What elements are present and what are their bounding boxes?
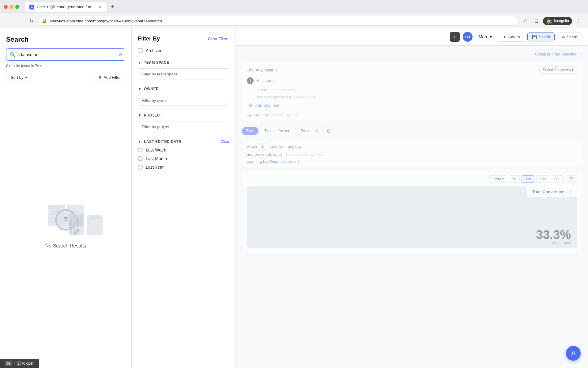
- save-icon: 💾: [532, 35, 537, 39]
- info-icon: ℹ: [276, 68, 277, 72]
- add-filter-button[interactable]: ⊞ Add Filter: [94, 73, 125, 82]
- sort-by-button[interactable]: Sort by ▾: [6, 73, 32, 82]
- incognito-badge: 🕵 Incognito: [543, 17, 572, 25]
- daily-button[interactable]: Daily ▾: [489, 175, 507, 183]
- bookmark-button[interactable]: ☆: [521, 17, 530, 25]
- team-space-label: TEAM SPACE: [144, 60, 169, 65]
- tab-time-to-convert[interactable]: Time to Convert: [260, 127, 295, 135]
- tab-time[interactable]: Time: [242, 127, 258, 135]
- chart-bottom: Daily ▾ 7d 30d 60d 90d 📅 Total Conversio…: [242, 171, 582, 253]
- more-button[interactable]: More ▾: [476, 33, 495, 41]
- select-event-placeholder[interactable]: Select event...: [293, 95, 318, 99]
- add-segment-row[interactable]: ⊕ Add Segment: [247, 102, 577, 109]
- team-space-header[interactable]: ▼ TEAM SPACE: [138, 60, 229, 65]
- owner-input[interactable]: [138, 95, 229, 106]
- days-value[interactable]: 1: [259, 143, 266, 150]
- reload-button[interactable]: ↻: [27, 17, 36, 25]
- settings-button[interactable]: ⚙: [326, 128, 331, 134]
- calendar-button[interactable]: 📅: [566, 175, 577, 183]
- traffic-light-yellow[interactable]: [9, 5, 13, 9]
- filter-title: Filter By: [138, 36, 160, 42]
- last-month-option[interactable]: Last Month: [138, 156, 229, 161]
- all-users-row: 1 All Users: [247, 77, 577, 84]
- team-space-input[interactable]: [138, 68, 229, 79]
- 60d-button[interactable]: 60d: [536, 175, 549, 183]
- project-header[interactable]: ▼ PROJECT: [138, 113, 229, 117]
- search-clear-button[interactable]: ✕: [118, 52, 122, 58]
- select-step-placeholder[interactable]: Select Step/Property...: [285, 152, 324, 157]
- days-label[interactable]: days: [268, 144, 277, 149]
- unique-users-label[interactable]: Unique User(s): [269, 159, 296, 164]
- select-property-placeholder[interactable]: Select property...: [270, 88, 300, 92]
- archived-checkbox[interactable]: [138, 48, 143, 53]
- chart-content: Collapse chart definition ↗ ..by Any Use…: [236, 46, 588, 259]
- address-bar[interactable]: 🔒 analytics.amplitude.com/moodjoy/chart/…: [38, 16, 518, 26]
- chart-options-row: within 1 days from any day: [247, 143, 577, 150]
- forward-button[interactable]: →: [16, 17, 24, 25]
- traffic-light-red[interactable]: [4, 5, 8, 9]
- conversion-area: Total Conversion ⋮ 33.3% Last 30 Days: [247, 186, 577, 248]
- search-results-info: 0 results found in 7ms: [6, 64, 125, 68]
- date-clear-button[interactable]: Clear: [221, 140, 229, 144]
- grouped-by-row: ..grouped by Select property...: [247, 112, 577, 117]
- any-by-label: ..by: [247, 68, 253, 72]
- search-input[interactable]: [6, 48, 125, 61]
- incognito-icon: 🕵: [546, 18, 552, 24]
- tab-search-button[interactable]: ⊡: [532, 17, 541, 25]
- illus-card-3: [69, 214, 84, 235]
- menu-button[interactable]: ⋮: [575, 17, 583, 25]
- 30d-button[interactable]: 30d: [522, 175, 534, 183]
- amplitude-fab[interactable]: A: [566, 346, 581, 361]
- last-edited-date-toggle[interactable]: ▼ LAST EDITED DATE: [138, 140, 181, 144]
- tab-close-button[interactable]: ✕: [98, 5, 102, 10]
- project-input[interactable]: [138, 121, 229, 132]
- no-results-illustration: ?: [26, 201, 106, 238]
- archived-filter[interactable]: Archived: [138, 48, 229, 53]
- total-conversion-label: Total Conversion ⋮: [527, 186, 577, 197]
- owner-label: OWNER: [144, 87, 159, 91]
- any-user-row: ..by Any User ℹ Saved Segments ▾: [247, 66, 577, 74]
- add-segment-icon: ⊕: [248, 102, 253, 109]
- lock-icon: 🔒: [42, 18, 47, 23]
- share-button[interactable]: ⎋ Share: [558, 33, 582, 41]
- more-chevron-icon: ▾: [490, 34, 492, 39]
- search-panel: Search 🔍 ✕ 0 results found in 7ms Sort b…: [0, 28, 132, 368]
- segment-section: ..by Any User ℹ Saved Segments ▾ 1 All U…: [242, 61, 582, 122]
- share-icon: ⎋: [562, 35, 565, 39]
- last-month-radio[interactable]: [138, 156, 143, 161]
- 90d-button[interactable]: 90d: [551, 175, 564, 183]
- share-label: Share: [567, 35, 577, 39]
- saved-segments-button[interactable]: Saved Segments ▾: [539, 66, 577, 74]
- select-property2-placeholder[interactable]: Select property...: [271, 112, 301, 117]
- active-tab[interactable]: A User > QR code generated fun... ✕: [24, 1, 107, 12]
- date-chevron-icon: ▼: [138, 140, 141, 144]
- last-week-radio[interactable]: [138, 148, 143, 152]
- add-to-button[interactable]: ＋ Add to: [498, 32, 525, 42]
- collapse-link[interactable]: Collapse chart definition ↗: [242, 52, 582, 56]
- last-year-option[interactable]: Last Year: [138, 165, 229, 170]
- where-label: where: [257, 88, 267, 92]
- add-to-label: Add to: [508, 35, 520, 39]
- saved-button[interactable]: 💾 Saved: [527, 33, 555, 41]
- collapse-back-button[interactable]: ‹: [450, 32, 460, 42]
- filter-header: Filter By Clear Filters: [138, 36, 229, 42]
- date-radio-group: Last Week Last Month Last Year: [138, 148, 229, 170]
- last-year-radio[interactable]: [138, 165, 143, 170]
- total-conversion-menu[interactable]: ⋮: [568, 190, 572, 194]
- tab-title: User > QR code generated fun...: [37, 5, 94, 9]
- 7d-button[interactable]: 7d: [509, 175, 520, 183]
- shortcut-label: to open: [22, 361, 34, 366]
- counting-row: counting by Unique User(s) ℹ: [247, 159, 577, 164]
- owner-header[interactable]: ▼ OWNER: [138, 87, 229, 91]
- clear-filters-button[interactable]: Clear Filters: [208, 36, 229, 41]
- fab-icon: A: [571, 349, 576, 357]
- incognito-label: Incognito: [554, 19, 569, 23]
- last-week-option[interactable]: Last Week: [138, 148, 229, 152]
- back-button[interactable]: ←: [5, 17, 13, 25]
- sort-label: Sort by: [11, 75, 23, 80]
- traffic-light-green[interactable]: [15, 5, 19, 9]
- new-tab-button[interactable]: +: [108, 2, 117, 12]
- num-badge: 1: [247, 77, 254, 84]
- chart-options-section: within 1 days from any day and broken do…: [242, 140, 582, 167]
- tab-frequency[interactable]: Frequency: [296, 127, 323, 135]
